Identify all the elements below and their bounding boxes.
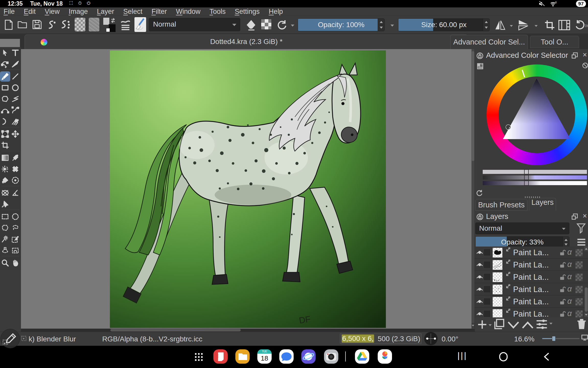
calligraphy-tool-icon[interactable] (11, 60, 19, 68)
pattern-edit-tool-icon[interactable] (1, 165, 9, 173)
layer-lock-icon[interactable] (559, 286, 566, 293)
layer-opacity-spin-arrows[interactable] (562, 237, 569, 248)
measure-tool-icon[interactable] (11, 189, 19, 197)
layer-alpha-lock-icon[interactable]: α (567, 284, 572, 294)
list-scroll-up-icon[interactable] (584, 247, 588, 251)
brush-size-slider[interactable]: Size: 60.00 px (398, 18, 490, 31)
zoom-slider-handle[interactable] (552, 336, 556, 341)
freehand-brush-tool-icon[interactable] (1, 72, 9, 81)
layer-name[interactable]: Paint La... (513, 248, 549, 257)
reload-preset-icon[interactable] (276, 19, 287, 31)
menu-file[interactable]: File (4, 7, 15, 16)
layer-visibility-icon[interactable] (476, 261, 483, 269)
tab-brush-presets[interactable]: Brush Presets (475, 199, 527, 211)
freehand-selection-tool-icon[interactable] (11, 224, 19, 232)
layer-name[interactable]: Paint La... (513, 273, 549, 282)
reload-preset-chevron-icon[interactable] (291, 25, 294, 27)
mirror-vertical-chevron-icon[interactable] (535, 25, 538, 27)
layer-properties-icon[interactable] (536, 319, 548, 330)
add-layer-icon[interactable] (477, 319, 488, 330)
brush-preset-chooser[interactable] (134, 17, 146, 32)
default-colors-icon[interactable] (106, 28, 110, 32)
layer-filter-icon[interactable] (576, 222, 586, 234)
magnetic-selection-tool-icon[interactable] (11, 247, 19, 254)
menu-window[interactable]: Window (176, 7, 200, 16)
layers-float-icon[interactable] (571, 213, 578, 220)
move-tool-icon[interactable] (11, 130, 19, 138)
layer-lock-icon[interactable] (559, 261, 566, 269)
layer-color-label[interactable] (483, 310, 491, 317)
canvas-vertical-scrollbar[interactable] (471, 49, 475, 329)
pan-tool-icon[interactable] (11, 259, 19, 267)
layer-color-label[interactable] (483, 298, 491, 305)
canvas-area[interactable]: DF (21, 49, 471, 329)
transform-tool-icon[interactable] (1, 130, 9, 138)
all-apps-icon[interactable] (194, 352, 203, 362)
color-sampler-tool-icon[interactable] (11, 154, 19, 162)
pattern-chooser-swatch[interactable] (88, 17, 100, 32)
layer-alpha-lock-icon[interactable]: α (567, 309, 572, 317)
shade-slider-2[interactable] (483, 181, 587, 185)
properties-chevron-icon[interactable] (549, 323, 552, 325)
common-colors-bar[interactable] (483, 170, 587, 174)
layer-inherit-alpha-icon[interactable] (575, 298, 583, 305)
menu-settings[interactable]: Settings (235, 7, 260, 16)
canvas-horizontal-scrollbar[interactable] (21, 329, 475, 332)
shade-slider-1[interactable] (483, 175, 587, 180)
layer-alpha-lock-icon[interactable]: α (567, 248, 572, 257)
crop-tool-icon[interactable] (1, 141, 9, 149)
layer-row[interactable]: Paint La...α (475, 259, 588, 271)
layers-close-icon[interactable]: × (583, 212, 587, 220)
layer-thumbnail[interactable] (493, 260, 502, 270)
workspace-chooser-icon[interactable] (558, 19, 570, 31)
close-docker-icon[interactable]: × (583, 51, 587, 59)
move-layer-up-icon[interactable] (521, 321, 534, 329)
layer-lock-icon[interactable] (559, 298, 566, 305)
layer-row[interactable]: Paint La...α (475, 283, 588, 295)
gradient-chooser-swatch[interactable] (74, 17, 86, 32)
layer-visibility-icon[interactable] (476, 286, 483, 293)
layer-name[interactable]: Paint La... (513, 260, 549, 270)
scroll-down-arrow-icon[interactable] (471, 323, 475, 328)
mirror-vertical-icon[interactable] (518, 19, 529, 31)
layer-thumbnail[interactable] (493, 285, 502, 294)
layer-name[interactable]: Paint La... (513, 297, 549, 306)
layer-thumbnail[interactable] (493, 272, 502, 282)
dynamic-brush-tool-icon[interactable] (1, 118, 9, 125)
menu-tools[interactable]: Tools (210, 7, 226, 16)
similar-selection-tool-icon[interactable] (1, 235, 9, 243)
vertical-scroll-thumb[interactable] (472, 51, 474, 161)
layer-options-icon[interactable] (577, 238, 586, 247)
no-color-icon[interactable] (582, 62, 588, 69)
opacity-spin-arrows[interactable] (378, 19, 384, 31)
stroke-smoothing-icon[interactable] (46, 19, 57, 31)
layer-row[interactable]: Paint La...α (475, 308, 588, 317)
size-spin-arrows[interactable] (483, 19, 489, 31)
list-scroll-thumb[interactable] (585, 287, 588, 312)
delete-layer-icon[interactable] (577, 318, 587, 330)
app-camera-icon[interactable] (324, 349, 338, 364)
preserve-alpha-icon[interactable] (261, 19, 272, 30)
layer-color-label[interactable] (483, 249, 491, 256)
layer-alpha-lock-icon[interactable]: α (567, 260, 572, 269)
enclose-fill-tool-icon[interactable] (11, 176, 19, 184)
reference-images-tool-icon[interactable] (1, 200, 9, 208)
layer-row[interactable]: Paint La...α (475, 296, 588, 308)
layer-thumbnail[interactable] (493, 248, 502, 258)
app-calendar-icon[interactable]: TUE18 (257, 349, 272, 364)
app-internet-icon[interactable] (301, 349, 316, 364)
float-docker-icon[interactable] (571, 52, 578, 59)
layer-inherit-alpha-icon[interactable] (575, 310, 583, 317)
zoom-tool-icon[interactable] (1, 259, 9, 267)
menu-edit[interactable]: Edit (24, 7, 36, 16)
app-notes-icon[interactable] (213, 349, 228, 364)
new-document-icon[interactable] (4, 19, 13, 30)
menu-layer[interactable]: Layer (97, 7, 114, 16)
layer-inherit-alpha-icon[interactable] (575, 274, 583, 281)
layer-color-label[interactable] (483, 286, 491, 293)
gradient-tool-icon[interactable] (1, 154, 9, 162)
stroke-stabilizer-icon[interactable] (60, 19, 71, 31)
back-nav-button[interactable] (542, 352, 551, 362)
home-nav-button[interactable] (498, 351, 509, 362)
freehand-path-tool-icon[interactable] (11, 106, 19, 114)
